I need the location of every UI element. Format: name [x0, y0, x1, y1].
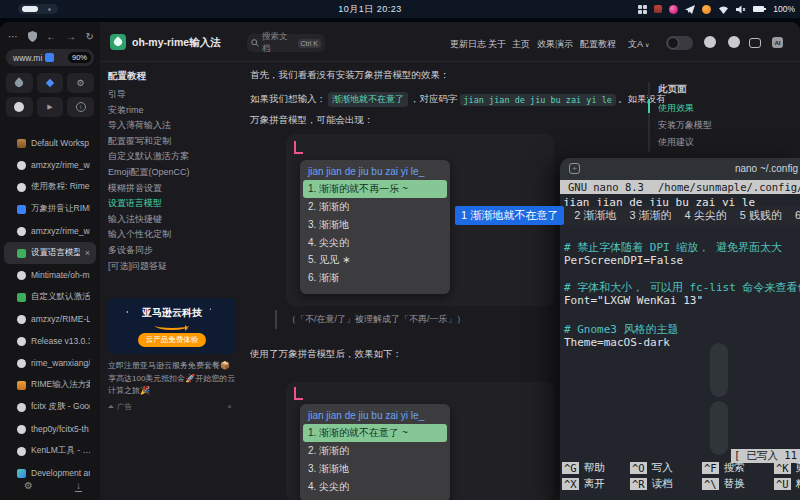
ad-image[interactable]: 亚马逊云科技 云产品免费体验 [108, 298, 236, 354]
ime-candidate-selected[interactable]: 1 渐渐地就不在意了 [455, 206, 564, 225]
search-input[interactable]: 搜索文档 Ctrl K [247, 34, 325, 52]
text-cursor-mark [294, 387, 303, 400]
tab-fcitx5-themes[interactable]: thep0y/fcitx5-th… [4, 418, 96, 440]
ad-body-text[interactable]: 立即注册亚马逊云服务免费套餐📦享高达100美元抵扣金🚀开始您的云计算之旅🎉 [108, 360, 236, 398]
tab-rime-lm[interactable]: amzxyz/RIME-LM… [4, 308, 96, 330]
tab-custom-default-scheme[interactable]: 自定义默认激活… [4, 286, 96, 308]
sidebar-item-import-mint[interactable]: 导入薄荷输入法 [108, 119, 240, 135]
sidebar-item-hotkeys[interactable]: 输入法快捷键 [108, 213, 240, 229]
tab-fcitx-skin-search[interactable]: fcitx 皮肤 - Goog… [4, 396, 96, 418]
bilibili-icon[interactable] [749, 38, 761, 48]
outline-item-usage-effect[interactable]: 使用效果 [658, 102, 694, 115]
tab-active-language-model[interactable]: 设置语言模型× [4, 242, 96, 264]
sidebar-item-language-model[interactable]: 设置语言模型 [108, 197, 240, 213]
sidebar-section-title: 配置教程 [108, 70, 240, 88]
candidate-3: 3. 渐渐地 [308, 216, 442, 234]
extension-button[interactable]: i [67, 97, 94, 117]
ime-candidate[interactable]: 2 渐渐地 [574, 208, 616, 223]
ad-tag: 广告 [117, 402, 132, 412]
language-switch[interactable]: 文A ∨ [628, 38, 649, 51]
input-method-tray-icon[interactable] [638, 5, 647, 14]
back-icon[interactable]: ← [46, 31, 56, 42]
tab-rime-repo[interactable]: amzxyz/rime_wa… [4, 154, 96, 176]
system-tray: 100% [638, 0, 795, 18]
settings-gear-icon[interactable]: ⚙ [24, 480, 33, 491]
tray-app-pink-icon[interactable] [669, 5, 678, 14]
downloads-icon[interactable]: ↓ [75, 480, 82, 492]
extension-button[interactable] [6, 97, 33, 117]
volume-icon[interactable] [736, 5, 746, 14]
config-comment-dpi: # 禁止字体随着 DPI 缩放， 避免界面太大 [564, 240, 782, 255]
terminal-titlebar[interactable]: + nano ~/.config [560, 158, 800, 180]
outline-item-install-model[interactable]: 安装万象模型 [658, 119, 712, 132]
dev-icon [17, 469, 26, 478]
tab-kenlm-tool[interactable]: KenLM工具 - … [4, 440, 96, 462]
sidebar-item-guide[interactable]: 引导 [108, 88, 240, 104]
qq-icon[interactable] [728, 36, 740, 48]
close-tab-icon[interactable]: × [85, 248, 90, 258]
wifi-icon[interactable] [718, 5, 729, 14]
sidebar-item-sync[interactable]: 多设备同步 [108, 244, 240, 260]
nav-home[interactable]: 主页 [512, 38, 530, 51]
spark-icon [46, 79, 54, 87]
shield-icon[interactable] [28, 31, 37, 42]
paragraph-with-model: 使用了万象拼音模型后，效果如下： [250, 348, 402, 361]
menu-icon[interactable]: ⋯ [8, 31, 18, 42]
nav-about[interactable]: 关于 [488, 38, 506, 51]
sidebar-item-install-rime[interactable]: 安装rime [108, 104, 240, 120]
site-logo[interactable] [110, 34, 126, 50]
site-title[interactable]: oh-my-rime输入法 [132, 36, 221, 50]
sidebar-item-emoji[interactable]: Emoji配置(OpenCC) [108, 166, 240, 182]
ad-tag-row: 广告 × [108, 402, 236, 412]
tray-app-orange-icon[interactable] [702, 5, 711, 14]
ad-close-icon[interactable]: × [227, 402, 232, 411]
url-bar[interactable]: www.mi 90% [6, 49, 94, 66]
ad-cta-button[interactable]: 云产品免费体验 [138, 333, 207, 347]
ime-candidate[interactable]: 4 尖尖的 [685, 208, 727, 223]
telegram-icon[interactable] [685, 5, 695, 14]
clock[interactable]: 10月1日 20:23 [0, 3, 740, 16]
extension-button[interactable] [6, 73, 33, 93]
new-tab-icon[interactable]: + [569, 163, 580, 174]
tab-release[interactable]: Release v13.0.3… [4, 330, 96, 352]
tab-default-workspace[interactable]: Default Worksp… [4, 132, 96, 154]
tab-rime-scheme[interactable]: RIME输入法方案… [4, 374, 96, 396]
tab-usage-tutorial[interactable]: 使用教程: Rime [4, 176, 96, 198]
sidebar-item-personalization[interactable]: 输入个性化定制 [108, 228, 240, 244]
sidebar-item-fuzzy-pinyin[interactable]: 模糊拼音设置 [108, 182, 240, 198]
tray-app-red-icon[interactable] [654, 5, 662, 13]
sidebar-item-default-scheme[interactable]: 自定义默认激活方案 [108, 150, 240, 166]
github-icon [17, 315, 26, 324]
sidebar-item-override[interactable]: 配置覆写和定制 [108, 135, 240, 151]
tab-mintimate-repo[interactable]: Mintimate/oh-m… [4, 264, 96, 286]
extension-button[interactable]: ▶ [37, 97, 64, 117]
sidebar-item-faq[interactable]: [可选]问题答疑 [108, 260, 240, 276]
dark-mode-toggle[interactable] [666, 36, 693, 50]
ai-badge-icon[interactable]: AI [772, 37, 783, 48]
forward-icon[interactable]: → [66, 31, 76, 42]
config-comment-font: # 字体和大小， 可以用 fc-list 命令来查看使用 [564, 280, 800, 295]
config-comment-theme: # Gnome3 风格的主题 [564, 322, 679, 337]
extension-button[interactable] [37, 73, 64, 93]
reload-icon[interactable]: ↻ [86, 31, 94, 42]
nav-demo[interactable]: 效果演示 [537, 38, 573, 51]
shortcut-write: ^O写入 [630, 461, 673, 475]
outline-item-suggestions[interactable]: 使用建议 [658, 136, 694, 149]
ime-candidate[interactable]: 5 贱贱的 [740, 208, 782, 223]
battery-icon[interactable] [753, 5, 766, 13]
ad-card[interactable]: 亚马逊云科技 云产品免费体验 立即注册亚马逊云服务免费套餐📦享高达100美元抵扣… [108, 298, 236, 412]
nav-config-tutorial[interactable]: 配置教程 [580, 38, 616, 51]
tab-rime-wanxiang[interactable]: rime_wanxiang/… [4, 352, 96, 374]
ime-candidate[interactable]: 6 简简单 [795, 208, 800, 223]
tab-wanxiang-pinyin[interactable]: 万象拼音让RIME… [4, 198, 96, 220]
preedit-text: jian jian de jiu bu zai yi le_ [308, 410, 442, 421]
nav-changelog[interactable]: 更新日志 [450, 38, 486, 51]
inline-code-pinyin: jian jian de jiu bu zai yi le [460, 94, 616, 106]
github-icon[interactable] [704, 36, 716, 48]
tab-rime-repo-2[interactable]: amzxyz/rime_wa… [4, 220, 96, 242]
config-value-dpi: PerScreenDPI=False [564, 254, 683, 267]
ime-candidate[interactable]: 3 渐渐的 [629, 208, 671, 223]
gear-icon: ⚙ [77, 78, 85, 88]
zoom-level-badge[interactable]: 90% [68, 52, 91, 63]
extension-button[interactable]: ⚙ [67, 73, 94, 93]
